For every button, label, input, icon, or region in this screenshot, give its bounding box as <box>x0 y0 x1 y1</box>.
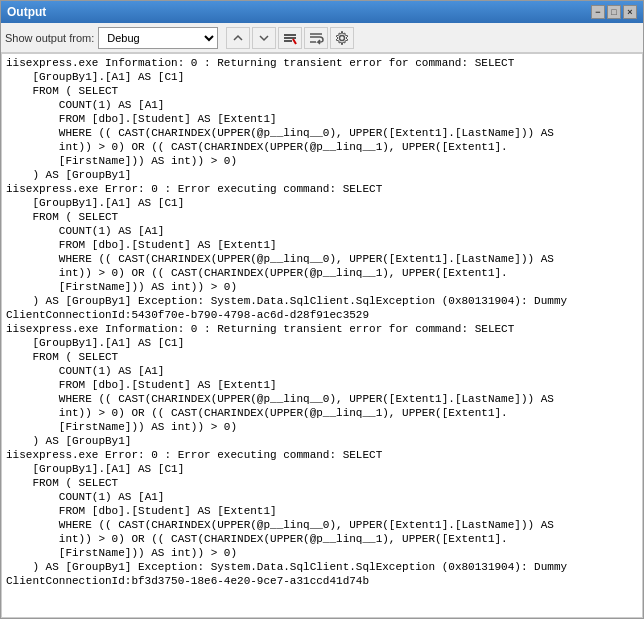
output-content-area[interactable]: iisexpress.exe Information: 0 : Returnin… <box>1 53 643 618</box>
down-arrow-icon <box>256 30 272 46</box>
up-arrow-icon <box>230 30 246 46</box>
svg-rect-2 <box>284 40 292 42</box>
toolbar: Show output from: Debug Build General <box>1 23 643 53</box>
toolbar-buttons <box>226 27 354 49</box>
window-title: Output <box>7 5 46 19</box>
title-bar-left: Output <box>7 5 46 19</box>
scroll-down-button[interactable] <box>252 27 276 49</box>
svg-point-7 <box>340 35 345 40</box>
scroll-up-button[interactable] <box>226 27 250 49</box>
word-wrap-icon <box>308 30 324 46</box>
title-bar-controls: − □ × <box>591 5 637 19</box>
clear-icon <box>282 30 298 46</box>
output-window: Output − □ × Show output from: Debug Bui… <box>0 0 644 619</box>
clear-button[interactable] <box>278 27 302 49</box>
gear-icon <box>334 30 350 46</box>
minimize-button[interactable]: − <box>591 5 605 19</box>
properties-button[interactable] <box>330 27 354 49</box>
title-bar: Output − □ × <box>1 1 643 23</box>
output-source-dropdown[interactable]: Debug Build General <box>98 27 218 49</box>
svg-rect-1 <box>284 37 296 39</box>
svg-line-3 <box>293 39 296 44</box>
close-button[interactable]: × <box>623 5 637 19</box>
show-output-label: Show output from: <box>5 32 94 44</box>
svg-rect-0 <box>284 34 296 36</box>
output-text: iisexpress.exe Information: 0 : Returnin… <box>6 56 638 588</box>
word-wrap-button[interactable] <box>304 27 328 49</box>
maximize-button[interactable]: □ <box>607 5 621 19</box>
